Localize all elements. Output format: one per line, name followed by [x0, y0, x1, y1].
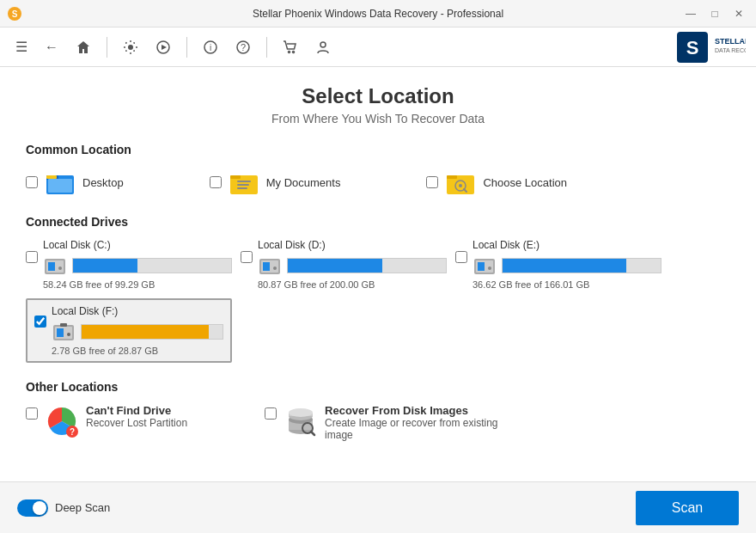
- maximize-button[interactable]: □: [704, 5, 725, 22]
- common-location-title: Common Location: [26, 143, 730, 156]
- back-button[interactable]: ←: [40, 36, 64, 58]
- drive-f-label: Local Disk (F:): [52, 305, 223, 317]
- stellar-logo-svg: S STELLAR DATA RECOVERY: [677, 32, 746, 63]
- disk-images-item[interactable]: Recover From Disk Images Create Image or…: [265, 404, 514, 441]
- desktop-location-item[interactable]: Desktop: [26, 167, 124, 198]
- mydocuments-location-item[interactable]: My Documents: [210, 167, 341, 198]
- cart-icon: [283, 40, 298, 55]
- svg-point-37: [273, 266, 277, 270]
- svg-point-11: [320, 42, 326, 47]
- toggle-knob: [33, 501, 46, 515]
- play-button[interactable]: [150, 36, 176, 58]
- cart-button[interactable]: [277, 36, 303, 58]
- separator-1: [107, 37, 107, 58]
- cant-find-drive-item[interactable]: ? Can't Find Drive Recover Lost Partitio…: [26, 404, 187, 441]
- svg-rect-46: [60, 323, 67, 327]
- close-button[interactable]: ✕: [729, 5, 749, 22]
- svg-rect-44: [57, 328, 64, 337]
- drive-d-bar-row: [258, 254, 447, 278]
- drive-f-selected-box[interactable]: Local Disk (F:): [26, 298, 232, 363]
- svg-text:i: i: [210, 43, 211, 52]
- gear-icon: [123, 40, 138, 55]
- deep-scan-label: Deep Scan: [55, 501, 110, 514]
- svg-point-33: [58, 266, 62, 270]
- svg-point-45: [67, 333, 70, 336]
- footer: Deep Scan Scan: [0, 481, 756, 533]
- svg-point-10: [293, 51, 295, 52]
- chooselocation-checkbox[interactable]: [426, 176, 438, 188]
- drive-c-bar-container: [72, 258, 232, 273]
- separator-2: [186, 37, 187, 58]
- mydocuments-label: My Documents: [266, 176, 341, 189]
- cant-find-drive-subtitle: Recover Lost Partition: [86, 417, 187, 429]
- connected-drives-title: Connected Drives: [26, 215, 730, 229]
- drive-c-item: Local Disk (C:) 58.24 GB free of 99.29 G…: [26, 239, 232, 290]
- chooselocation-item[interactable]: Choose Location: [426, 167, 567, 198]
- play-icon: [155, 40, 171, 55]
- drive-d-checkbox[interactable]: [241, 251, 253, 263]
- drive-d-free: 80.87 GB free of 200.00 GB: [258, 279, 447, 290]
- back-icon: ←: [45, 40, 58, 55]
- scan-button[interactable]: Scan: [636, 491, 739, 525]
- svg-text:?: ?: [241, 42, 246, 52]
- mydocuments-checkbox[interactable]: [210, 176, 222, 188]
- deep-scan-toggle[interactable]: Deep Scan: [17, 499, 110, 517]
- common-location-grid: Desktop My Documents: [26, 167, 730, 198]
- drive-f-bar-container: [81, 324, 223, 340]
- drive-e-item: Local Disk (E:) 36.62 GB free of 166.01 …: [455, 239, 662, 290]
- other-locations-section: Other Locations ?: [26, 380, 730, 441]
- svg-point-9: [289, 51, 290, 52]
- settings-button[interactable]: [118, 36, 143, 58]
- common-location-section: Common Location Desktop: [26, 143, 730, 198]
- window-controls: — □ ✕: [680, 5, 749, 22]
- svg-rect-32: [48, 262, 55, 271]
- drive-f-bar-fill: [82, 325, 209, 339]
- title-bar: S Stellar Phoenix Windows Data Recovery …: [0, 0, 756, 28]
- drive-f-icon: [52, 320, 76, 344]
- drive-d-icon: [258, 254, 282, 278]
- svg-text:DATA RECOVERY: DATA RECOVERY: [715, 47, 746, 53]
- cant-find-drive-title: Can't Find Drive: [86, 404, 187, 417]
- help-icon: ?: [235, 40, 251, 55]
- svg-rect-24: [237, 187, 247, 189]
- connected-drives-section: Connected Drives Local Disk (C:): [26, 215, 730, 363]
- drive-d-info: Local Disk (D:) 80.87 GB free of 200.00 …: [258, 239, 447, 290]
- svg-text:STELLAR: STELLAR: [715, 37, 746, 46]
- disk-images-checkbox[interactable]: [265, 407, 277, 420]
- home-icon: [76, 40, 91, 55]
- cant-find-drive-info: Can't Find Drive Recover Lost Partition: [86, 404, 187, 429]
- disk-images-icon: [284, 404, 318, 438]
- disk-images-info: Recover From Disk Images Create Image or…: [325, 404, 514, 441]
- svg-text:S: S: [686, 37, 699, 58]
- svg-rect-22: [237, 181, 251, 182]
- svg-rect-40: [478, 262, 485, 271]
- minimize-button[interactable]: —: [680, 5, 701, 22]
- chooselocation-icon: [445, 167, 476, 198]
- svg-point-41: [488, 266, 491, 270]
- drive-e-info: Local Disk (E:) 36.62 GB free of 166.01 …: [472, 239, 662, 290]
- home-button[interactable]: [70, 36, 96, 58]
- deep-scan-switch[interactable]: [17, 499, 48, 517]
- drive-c-checkbox[interactable]: [26, 251, 38, 263]
- drive-f-checkbox[interactable]: [34, 316, 46, 328]
- cant-find-drive-icon: ?: [45, 404, 79, 438]
- svg-text:S: S: [12, 9, 18, 19]
- disk-images-subtitle: Create Image or recover from existing im…: [325, 417, 514, 441]
- drives-grid: Local Disk (C:) 58.24 GB free of 99.29 G…: [26, 239, 730, 363]
- drive-e-label: Local Disk (E:): [472, 239, 662, 251]
- svg-rect-18: [48, 179, 72, 193]
- menu-button[interactable]: ☰: [10, 35, 33, 58]
- help-button[interactable]: ?: [230, 36, 256, 58]
- info-button[interactable]: i: [198, 36, 223, 58]
- cant-find-drive-checkbox[interactable]: [26, 407, 38, 420]
- svg-point-28: [459, 184, 462, 187]
- drive-e-icon: [472, 254, 497, 278]
- desktop-checkbox[interactable]: [26, 176, 38, 188]
- chooselocation-label: Choose Location: [483, 176, 567, 189]
- window-title: Stellar Phoenix Windows Data Recovery - …: [253, 8, 503, 20]
- disk-images-title: Recover From Disk Images: [325, 404, 514, 417]
- drive-d-label: Local Disk (D:): [258, 239, 447, 251]
- drive-e-checkbox[interactable]: [455, 251, 467, 263]
- user-button[interactable]: [310, 36, 336, 58]
- page-subtitle: From Where You Wish To Recover Data: [26, 112, 730, 126]
